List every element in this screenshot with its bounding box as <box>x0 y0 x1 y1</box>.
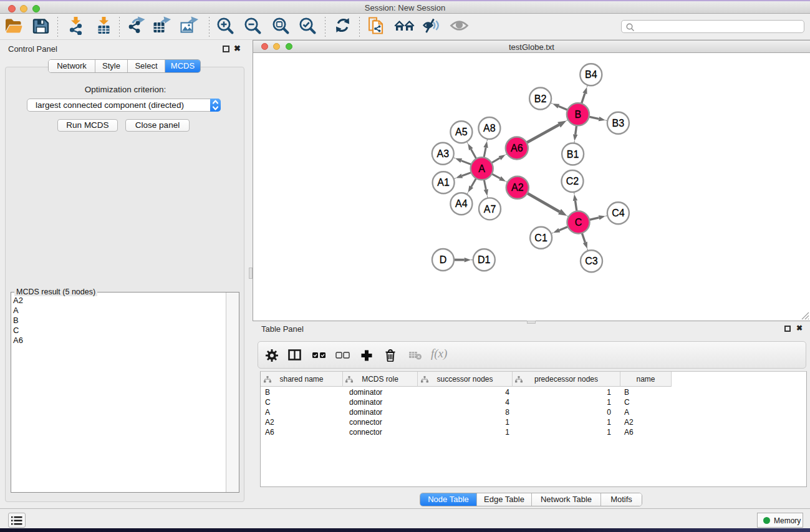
svg-text:A7: A7 <box>484 204 496 215</box>
svg-text:A2: A2 <box>511 182 524 193</box>
svg-text:B3: B3 <box>612 118 625 128</box>
svg-text:C2: C2 <box>566 176 579 186</box>
svg-text:C3: C3 <box>585 256 598 266</box>
svg-text:B: B <box>575 109 582 120</box>
svg-text:C4: C4 <box>612 208 625 218</box>
svg-text:D1: D1 <box>478 254 491 265</box>
svg-text:B1: B1 <box>567 149 579 160</box>
svg-text:B4: B4 <box>585 69 597 80</box>
svg-text:A8: A8 <box>483 123 496 133</box>
svg-text:B2: B2 <box>534 94 547 104</box>
svg-text:C1: C1 <box>534 233 547 243</box>
svg-text:A4: A4 <box>455 198 468 209</box>
svg-text:A: A <box>478 163 485 174</box>
svg-text:C: C <box>575 217 582 228</box>
svg-text:D: D <box>440 254 447 265</box>
svg-text:A6: A6 <box>511 143 523 153</box>
svg-text:A5: A5 <box>455 127 468 137</box>
svg-text:A3: A3 <box>437 148 450 159</box>
svg-text:A1: A1 <box>437 177 450 188</box>
